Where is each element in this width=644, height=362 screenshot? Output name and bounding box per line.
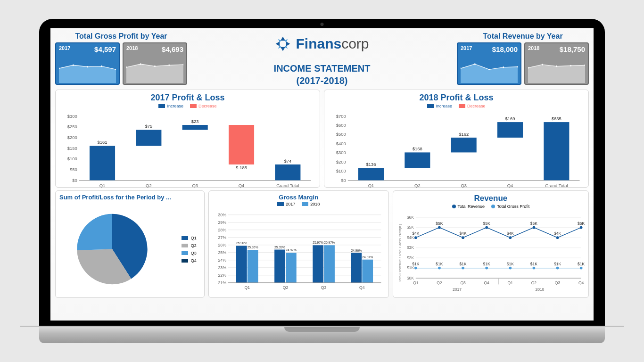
- svg-rect-49: [182, 125, 208, 130]
- svg-text:$1K: $1K: [483, 262, 490, 266]
- svg-text:25.39%: 25.39%: [274, 246, 285, 249]
- svg-text:$1K: $1K: [554, 262, 561, 266]
- legend-total-gross-profit[interactable]: Total Gross Profit: [491, 204, 529, 209]
- svg-text:22%: 22%: [218, 273, 226, 278]
- svg-text:$3K: $3K: [407, 245, 414, 250]
- kpi-value: $4,597: [94, 45, 116, 53]
- svg-text:$1K: $1K: [459, 262, 466, 266]
- panel-title: Sum of Profit/Loss for the Period by ...: [59, 194, 200, 201]
- svg-text:$635: $635: [552, 116, 561, 121]
- svg-text:$2K: $2K: [407, 255, 414, 260]
- panel-pl-2018: 2018 Profit & Loss Increase Decrease $0$…: [324, 90, 589, 188]
- pie-legend-item[interactable]: Q4: [182, 258, 197, 263]
- svg-text:$5K: $5K: [407, 225, 414, 230]
- kpi-card-rev-2018[interactable]: 2018 $18,750: [524, 42, 589, 85]
- pie-legend-item[interactable]: Q3: [182, 251, 197, 255]
- svg-text:Q1: Q1: [99, 183, 106, 188]
- legend-2018[interactable]: 2018: [302, 202, 320, 206]
- kpi-pair: 2017 $18,000: [457, 42, 589, 85]
- svg-text:$1K: $1K: [578, 262, 585, 266]
- panel-title: Gross Margin: [213, 194, 385, 201]
- svg-rect-46: [136, 130, 161, 146]
- svg-text:Q4: Q4: [578, 280, 584, 285]
- sparkline-chart: [461, 53, 518, 83]
- pie-legend-item[interactable]: Q1: [182, 236, 197, 240]
- laptop-base: [39, 327, 605, 343]
- bottom-row: Sum of Profit/Loss for the Period by ...…: [55, 190, 589, 298]
- svg-text:Q1: Q1: [413, 280, 419, 285]
- svg-text:Total Revenue / Total Gross Pr: Total Revenue / Total Gross Profit(K): [398, 224, 402, 282]
- brand-name: Finanscorp: [296, 36, 369, 52]
- svg-text:$400: $400: [336, 141, 346, 146]
- panel-revenue: Revenue Total Revenue Total Gross Profit…: [393, 190, 589, 298]
- pie-chart[interactable]: Q1Q2Q3Q4: [59, 203, 200, 296]
- kpi-pair: 2017 $4,597: [55, 42, 187, 85]
- kpi-value: $4,693: [162, 45, 183, 53]
- svg-text:$150: $150: [67, 146, 77, 151]
- bar-chart-gross-margin[interactable]: 21%22%23%24%25%26%27%28%29%30%25.90%25.3…: [213, 208, 385, 296]
- svg-text:Q4: Q4: [239, 183, 245, 188]
- svg-text:$5K: $5K: [530, 221, 537, 226]
- brand-logo: Finanscorp: [191, 36, 453, 52]
- legend: Total Revenue Total Gross Profit: [397, 204, 585, 209]
- svg-text:$4K: $4K: [506, 231, 513, 236]
- svg-marker-17: [285, 45, 288, 49]
- kpi-card-rev-2017[interactable]: 2017 $18,000: [457, 42, 521, 85]
- svg-text:Q4: Q4: [507, 183, 513, 188]
- svg-point-170: [509, 267, 512, 270]
- svg-text:Q3: Q3: [555, 280, 561, 285]
- svg-point-26: [570, 65, 571, 66]
- svg-text:Q2: Q2: [282, 285, 288, 290]
- svg-rect-112: [248, 250, 258, 283]
- svg-text:$4K: $4K: [412, 231, 419, 236]
- legend: Increase Decrease: [328, 104, 585, 108]
- panel-pl-2017: 2017 Profit & Loss Increase Decrease $0$…: [55, 90, 320, 188]
- svg-text:29%: 29%: [218, 220, 226, 225]
- svg-point-166: [462, 267, 464, 270]
- legend-increase[interactable]: Increase: [158, 104, 183, 108]
- svg-marker-11: [281, 47, 285, 51]
- kpi-card-gross-2018[interactable]: 2018 $4,693: [123, 42, 187, 85]
- svg-text:$1K: $1K: [530, 262, 537, 266]
- svg-text:24%: 24%: [218, 258, 226, 263]
- waterfall-chart-2017[interactable]: $0$50$100$150$200$250$300$161Q1$75Q2$23Q…: [59, 110, 316, 191]
- svg-text:Grand Total: Grand Total: [276, 183, 299, 188]
- laptop-screen: Total Gross Profit by Year 2017 $4,597: [39, 19, 605, 327]
- kpi-group-revenue: Total Revenue by Year 2017 $18,000: [457, 32, 589, 85]
- svg-marker-10: [281, 37, 285, 41]
- svg-rect-78: [405, 152, 430, 168]
- svg-text:Q2: Q2: [414, 183, 421, 188]
- svg-text:2017: 2017: [453, 287, 462, 292]
- pie-legend-item[interactable]: Q2: [182, 243, 197, 248]
- svg-rect-125: [351, 253, 362, 282]
- svg-text:$168: $168: [413, 146, 422, 151]
- svg-point-7: [154, 66, 156, 67]
- svg-text:21%: 21%: [218, 280, 226, 285]
- svg-point-156: [532, 226, 535, 229]
- legend-2017[interactable]: 2017: [277, 202, 295, 206]
- svg-text:24.07%: 24.07%: [362, 255, 373, 259]
- legend-decrease[interactable]: Decrease: [190, 104, 217, 108]
- svg-text:$250: $250: [67, 124, 77, 129]
- line-chart-revenue[interactable]: $0K$1K$2K$3K$4K$5K$6KTotal Revenue / Tot…: [397, 211, 585, 296]
- svg-point-152: [485, 226, 488, 229]
- svg-text:$136: $136: [366, 162, 376, 167]
- svg-text:$0K: $0K: [407, 276, 414, 280]
- svg-marker-14: [278, 39, 281, 42]
- kpi-card-gross-2017[interactable]: 2017 $4,597: [55, 42, 120, 85]
- waterfall-chart-2018[interactable]: $0$100$200$300$400$500$600$700$136Q1$168…: [328, 110, 585, 191]
- svg-text:$1K: $1K: [436, 262, 443, 266]
- kpi-year: 2017: [59, 45, 70, 53]
- svg-text:$162: $162: [459, 132, 469, 137]
- svg-rect-87: [544, 122, 569, 180]
- legend-decrease[interactable]: Decrease: [459, 104, 486, 108]
- legend-increase[interactable]: Increase: [427, 104, 452, 108]
- svg-rect-122: [324, 245, 335, 283]
- svg-point-19: [474, 63, 476, 65]
- svg-text:$1K: $1K: [412, 262, 419, 266]
- svg-text:$0: $0: [72, 178, 77, 183]
- svg-text:$5K: $5K: [578, 221, 585, 226]
- svg-text:$300: $300: [67, 114, 77, 119]
- svg-point-3: [101, 66, 102, 67]
- legend-total-revenue[interactable]: Total Revenue: [452, 204, 485, 209]
